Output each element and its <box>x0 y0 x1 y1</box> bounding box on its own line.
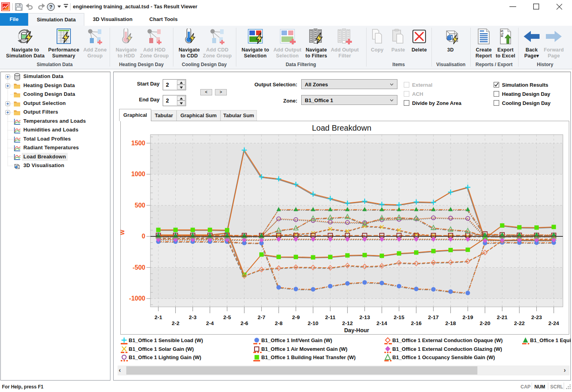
svg-text:2-15: 2-15 <box>394 314 405 320</box>
svg-text:2-4: 2-4 <box>206 320 214 326</box>
svg-text:2-5: 2-5 <box>223 314 231 320</box>
svg-text:2-20: 2-20 <box>480 320 490 326</box>
svg-text:1500: 1500 <box>131 140 145 147</box>
svg-text:2-19: 2-19 <box>462 314 473 320</box>
svg-text:2-12: 2-12 <box>342 320 353 326</box>
svg-text:2-21: 2-21 <box>497 314 508 320</box>
svg-text:Day-Hour: Day-Hour <box>344 327 369 333</box>
svg-text:-500: -500 <box>133 264 145 271</box>
svg-text:?: ? <box>49 4 53 10</box>
svg-text:2-2: 2-2 <box>172 320 180 326</box>
svg-text:2-8: 2-8 <box>275 320 283 326</box>
svg-text:2-14: 2-14 <box>376 320 388 326</box>
svg-text:2-13: 2-13 <box>359 314 371 320</box>
svg-text:2-1: 2-1 <box>154 314 162 320</box>
svg-text:500: 500 <box>135 202 145 209</box>
svg-text:2-9: 2-9 <box>292 314 300 320</box>
svg-text:1000: 1000 <box>131 171 145 177</box>
svg-text:-1000: -1000 <box>129 295 145 302</box>
svg-text:Load Breakdown: Load Breakdown <box>312 124 371 132</box>
svg-text:2-16: 2-16 <box>411 320 422 326</box>
svg-text:2-17: 2-17 <box>428 314 439 320</box>
svg-text:2-24: 2-24 <box>548 320 559 326</box>
svg-text:0: 0 <box>142 233 145 240</box>
svg-text:2-18: 2-18 <box>445 320 456 326</box>
svg-text:2-11: 2-11 <box>325 314 336 320</box>
svg-text:2-23: 2-23 <box>531 314 542 320</box>
svg-text:2-7: 2-7 <box>258 314 266 320</box>
svg-text:W: W <box>120 230 125 235</box>
svg-text:2-22: 2-22 <box>514 320 525 326</box>
svg-text:2-3: 2-3 <box>189 314 197 320</box>
svg-text:XLS: XLS <box>500 29 504 37</box>
svg-text:2-6: 2-6 <box>240 320 248 326</box>
svg-text:2-10: 2-10 <box>308 320 318 326</box>
